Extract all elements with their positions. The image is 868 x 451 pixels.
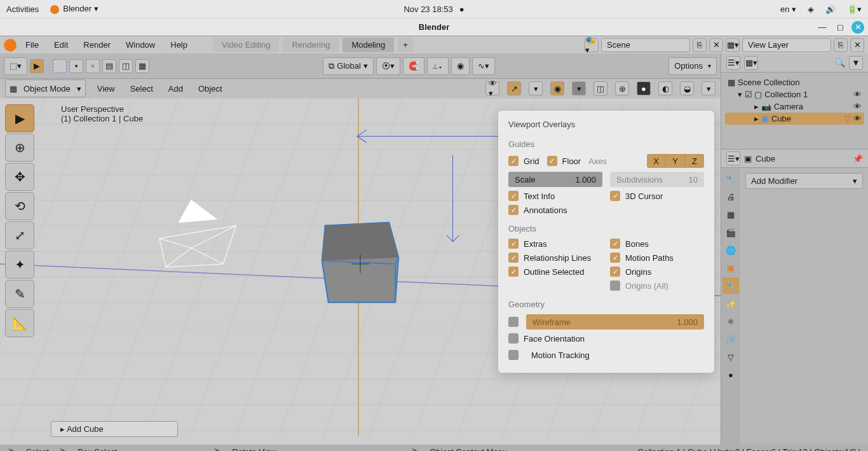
scene-collection-node[interactable]: ▦ Scene Collection: [725, 76, 864, 88]
blender-icon[interactable]: [4, 39, 17, 52]
delete-viewlayer-icon[interactable]: ✕: [850, 38, 864, 52]
3d-cursor-checkbox[interactable]: ✓3D Cursor: [610, 191, 704, 201]
origins-checkbox[interactable]: ✓Origins: [610, 267, 704, 277]
shade-render-icon[interactable]: ◒: [680, 81, 694, 95]
select-mode-1-icon[interactable]: ▪: [69, 59, 83, 73]
network-icon[interactable]: ◈: [808, 4, 814, 14]
rotate-tool[interactable]: ⟲: [5, 192, 34, 220]
pivot-dropdown[interactable]: ⦿▾: [376, 57, 400, 75]
measure-tool[interactable]: 📐: [5, 309, 34, 337]
cube-node[interactable]: ▸ ▣ Cube▽ 👁: [725, 113, 864, 125]
menu-help[interactable]: Help: [164, 37, 194, 53]
delete-scene-icon[interactable]: ✕: [709, 38, 723, 52]
scene-name-field[interactable]: Scene: [601, 38, 690, 52]
physics-tab-icon[interactable]: ⚛: [722, 313, 739, 330]
search-icon[interactable]: 🔍: [835, 58, 845, 67]
gizmo-icon[interactable]: ↗: [507, 81, 521, 95]
editor-type-icon[interactable]: ⬚▾: [4, 57, 27, 75]
modifier-tab-icon[interactable]: 🔧: [722, 277, 739, 294]
scale-field[interactable]: Scale1.000: [508, 172, 602, 187]
tab-rendering[interactable]: Rendering: [283, 38, 339, 52]
tab-modeling[interactable]: Modeling: [342, 38, 394, 52]
motion-tracking-checkbox[interactable]: Motion Tracking: [508, 350, 590, 360]
battery-icon[interactable]: 🔋▾: [847, 4, 862, 14]
annotate-tool[interactable]: ✎: [5, 280, 34, 308]
output-tab-icon[interactable]: 🖨: [722, 188, 739, 205]
tab-add-button[interactable]: +: [398, 38, 413, 52]
menu-window[interactable]: Window: [119, 37, 161, 53]
text-info-checkbox[interactable]: ✓Text Info: [508, 191, 602, 201]
visibility-icon[interactable]: 👁▾: [485, 81, 499, 95]
proportional-toggle[interactable]: ◉: [451, 57, 470, 75]
cursor-tool[interactable]: ⊕: [5, 134, 34, 162]
axis-y-toggle[interactable]: Y: [666, 154, 685, 168]
outliner-display-icon[interactable]: ▦▾: [744, 56, 758, 70]
overlay-dropdown-icon[interactable]: ▾: [572, 81, 586, 95]
cursor-tool-icon[interactable]: ▶: [30, 59, 44, 73]
app-menu[interactable]: Blender ▾: [50, 4, 98, 14]
constraint-tab-icon[interactable]: 🔗: [722, 331, 739, 347]
shade-matcap-icon[interactable]: ◐: [658, 81, 672, 95]
scene-tab-icon[interactable]: 🎬: [722, 224, 739, 240]
mode-dropdown[interactable]: ▦ Object Mode ▾: [5, 80, 86, 97]
material-tab-icon[interactable]: ●: [722, 366, 739, 383]
maximize-button[interactable]: ◻: [834, 21, 846, 34]
collection1-node[interactable]: ▾ ☑ ▢ Collection 1👁: [725, 88, 864, 101]
object-tab-icon[interactable]: ▣: [722, 260, 739, 276]
activities-button[interactable]: Activities: [6, 4, 39, 14]
grid-checkbox[interactable]: ✓Grid: [508, 156, 539, 166]
axis-x-toggle[interactable]: X: [647, 154, 666, 168]
wireframe-slider[interactable]: Wireframe1.000: [526, 314, 704, 330]
world-tab-icon[interactable]: 🌐: [722, 242, 739, 258]
select-box-tool[interactable]: ▶: [5, 104, 34, 132]
menu-file[interactable]: File: [19, 37, 45, 53]
transform-tool[interactable]: ✦: [5, 251, 34, 279]
outliner-type-icon[interactable]: ☰▾: [726, 56, 740, 70]
view-menu[interactable]: View: [93, 84, 119, 94]
relationship-checkbox[interactable]: ✓Relationship Lines: [508, 253, 602, 263]
render-tab-icon[interactable]: 🔧: [722, 170, 739, 187]
minimize-button[interactable]: —: [816, 21, 829, 34]
menu-edit[interactable]: Edit: [48, 37, 74, 53]
shade-dropdown-icon[interactable]: ▾: [702, 81, 715, 95]
new-scene-icon[interactable]: ⎘: [693, 38, 707, 52]
outliner-tree[interactable]: ▦ Scene Collection ▾ ☑ ▢ Collection 1👁 ▸…: [721, 73, 868, 149]
xray-icon[interactable]: ◫: [593, 81, 607, 95]
origins-all-checkbox[interactable]: Origins (All): [610, 281, 704, 291]
select-mode-5-icon[interactable]: ▦: [135, 59, 149, 73]
scale-tool[interactable]: ⤢: [5, 221, 34, 249]
scene-browse-icon[interactable]: 🎭▾: [585, 38, 599, 52]
select-menu[interactable]: Select: [126, 84, 157, 94]
orientation-dropdown[interactable]: ⧉ Global ▾: [323, 57, 374, 75]
snap-toggle[interactable]: 🧲: [403, 57, 424, 75]
datetime-label[interactable]: Nov 23 18:53: [403, 4, 452, 14]
extras-checkbox[interactable]: ✓Extras: [508, 239, 602, 249]
move-tool[interactable]: ✥: [5, 163, 34, 191]
add-menu[interactable]: Add: [165, 84, 187, 94]
outline-selected-checkbox[interactable]: ✓Outline Selected: [508, 267, 602, 277]
new-viewlayer-icon[interactable]: ⎘: [834, 38, 848, 52]
axis-z-toggle[interactable]: Z: [685, 154, 704, 168]
bones-checkbox[interactable]: ✓Bones: [610, 239, 704, 249]
3d-viewport[interactable]: User Perspective (1) Collection 1 | Cube…: [0, 98, 721, 445]
snap-dropdown[interactable]: ⟂▾: [427, 57, 449, 75]
shade-wireframe-icon[interactable]: ⊕: [615, 81, 629, 95]
menu-render[interactable]: Render: [77, 37, 117, 53]
language-indicator[interactable]: en ▾: [780, 4, 796, 14]
close-button[interactable]: ✕: [851, 21, 864, 34]
floor-checkbox[interactable]: ✓Floor: [547, 156, 581, 166]
select-mode-4-icon[interactable]: ◫: [119, 59, 133, 73]
gizmo-dropdown-icon[interactable]: ▾: [529, 81, 543, 95]
viewlayer-browse-icon[interactable]: ▦▾: [726, 38, 740, 52]
shade-solid-icon[interactable]: ●: [637, 81, 651, 95]
add-cube-panel[interactable]: ▸ Add Cube: [51, 421, 178, 437]
subdivisions-field[interactable]: Subdivisions10: [610, 172, 704, 187]
face-orientation-checkbox[interactable]: Face Orientation: [508, 333, 585, 343]
select-rect-icon[interactable]: [53, 59, 67, 73]
overlay-toggle-icon[interactable]: ◉: [550, 81, 564, 95]
select-mode-2-icon[interactable]: ▫: [86, 59, 100, 73]
wireframe-checkbox[interactable]: [508, 317, 519, 327]
particle-tab-icon[interactable]: ✨: [722, 295, 739, 312]
volume-icon[interactable]: 🔊: [825, 4, 836, 14]
props-type-icon[interactable]: ☰▾: [726, 151, 740, 165]
